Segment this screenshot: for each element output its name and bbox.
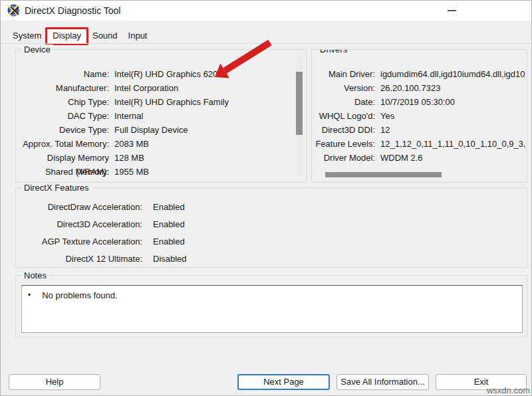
field-label: Display Memory (VRAM):	[16, 151, 109, 165]
field-label: Direct3D Acceleration:	[16, 216, 142, 233]
tab-input[interactable]: Input	[123, 28, 153, 43]
drivers-row: Feature Levels:12_1,12_0,11_1,11_0,10_1,…	[312, 137, 527, 151]
field-value: Full Display Device	[114, 123, 188, 137]
dxdiag-window: DirectX Diagnostic Tool System Display S…	[0, 0, 532, 396]
drivers-row: Date:10/7/2019 05:30:00	[312, 95, 527, 109]
help-button[interactable]: Help	[9, 374, 100, 390]
device-rows: Name:Intel(R) UHD Graphics 620 Manufactu…	[16, 50, 306, 179]
field-label: Version:	[312, 81, 375, 95]
field-value: Enabled	[153, 199, 185, 216]
device-row: Device Type:Full Display Device	[16, 123, 306, 137]
field-label: Direct3D DDI:	[312, 123, 375, 137]
save-all-information-button[interactable]: Save All Information...	[336, 374, 429, 390]
field-label: DirectX 12 Ultimate:	[16, 250, 142, 268]
field-value: 1955 MB	[114, 165, 149, 179]
notes-group: Notes • No problems found.	[15, 275, 527, 338]
tab-strip: System Display Sound Input	[7, 28, 152, 43]
field-label: Name:	[16, 67, 109, 81]
device-row: DAC Type:Internal	[16, 109, 306, 123]
field-label: Device Type:	[16, 123, 109, 137]
field-value: Yes	[380, 109, 527, 123]
minimize-icon	[448, 10, 456, 11]
field-value: 12_1,12_0,11_1,11_0,10_1,10_0,9_3,	[380, 137, 527, 151]
next-page-button[interactable]: Next Page	[237, 374, 330, 390]
watermark: wsxdn.com	[487, 385, 530, 395]
field-label: Chip Type:	[16, 95, 109, 109]
field-label: Manufacturer:	[16, 81, 109, 95]
device-group: Device Name:Intel(R) UHD Graphics 620 Ma…	[15, 49, 307, 183]
drivers-row: Driver Model:WDDM 2.6	[312, 151, 527, 165]
minimize-button[interactable]	[438, 1, 466, 21]
title-bar: DirectX Diagnostic Tool	[1, 1, 531, 21]
drivers-group-title: Drivers	[317, 49, 350, 54]
field-value: Intel Corporation	[114, 81, 178, 95]
field-label: DirectDraw Acceleration:	[16, 199, 142, 216]
note-item: • No problems found.	[22, 286, 522, 300]
feature-row: Direct3D Acceleration:Enabled	[16, 216, 527, 233]
field-value: Intel(R) UHD Graphics 620	[114, 67, 217, 81]
window-title: DirectX Diagnostic Tool	[25, 1, 120, 21]
device-row: Approx. Total Memory:2083 MB	[16, 137, 306, 151]
tab-system[interactable]: System	[7, 28, 47, 43]
features-group-title: DirectX Features	[21, 183, 92, 193]
device-row: Shared Memory:1955 MB	[16, 165, 306, 179]
tab-sound[interactable]: Sound	[87, 28, 123, 43]
device-group-title: Device	[21, 45, 53, 54]
field-value: 10/7/2019 05:30:00	[380, 95, 527, 109]
drivers-rows: Main Driver:igdumdim64.dll,igd10iumd64.d…	[312, 50, 527, 165]
field-label: Shared Memory:	[16, 165, 109, 179]
drivers-row: Version:26.20.100.7323	[312, 81, 527, 95]
tab-divider	[1, 43, 531, 44]
feature-row: DirectDraw Acceleration:Enabled	[16, 199, 527, 216]
drivers-row: Direct3D DDI:12	[312, 123, 527, 137]
device-row: Display Memory (VRAM):128 MB	[16, 151, 306, 165]
directx-features-group: DirectX Features DirectDraw Acceleration…	[15, 187, 527, 268]
device-row: Manufacturer:Intel Corporation	[16, 81, 306, 95]
field-label: DAC Type:	[16, 109, 109, 123]
feature-row: DirectX 12 Ultimate:Disabled	[16, 250, 527, 268]
close-icon	[10, 6, 19, 15]
field-value: Disabled	[153, 250, 187, 268]
drivers-row: Main Driver:igdumdim64.dll,igd10iumd64.d…	[312, 67, 527, 81]
notes-field: • No problems found.	[21, 285, 523, 333]
features-rows: DirectDraw Acceleration:Enabled Direct3D…	[16, 188, 527, 268]
drivers-group: Drivers Main Driver:igdumdim64.dll,igd10…	[311, 49, 527, 183]
field-value: 26.20.100.7323	[380, 81, 527, 95]
field-value: 12	[380, 123, 527, 137]
field-label: Approx. Total Memory:	[16, 137, 109, 151]
device-row: Chip Type:Intel(R) UHD Graphics Family	[16, 95, 306, 109]
bullet-icon: •	[28, 290, 31, 300]
close-button[interactable]	[1, 1, 29, 21]
field-label: Date:	[312, 95, 375, 109]
field-label: Driver Model:	[312, 151, 375, 165]
field-value: 128 MB	[114, 151, 144, 165]
note-text: No problems found.	[42, 290, 117, 300]
field-label: Feature Levels:	[312, 137, 375, 151]
feature-row: AGP Texture Acceleration:Enabled	[16, 233, 527, 250]
drivers-scrollbar-thumb[interactable]	[325, 172, 442, 177]
field-value: Enabled	[153, 216, 185, 233]
field-value: 2083 MB	[114, 137, 149, 151]
field-value: igdumdim64.dll,igd10iumd64.dll,igd10	[380, 67, 527, 81]
drivers-row: WHQL Logo'd:Yes	[312, 109, 527, 123]
field-value: Internal	[114, 109, 143, 123]
notes-group-title: Notes	[21, 270, 49, 280]
field-value: Intel(R) UHD Graphics Family	[114, 95, 229, 109]
device-row: Name:Intel(R) UHD Graphics 620	[16, 67, 306, 81]
device-scrollbar-thumb[interactable]	[296, 72, 303, 135]
field-label: Main Driver:	[312, 67, 375, 81]
field-label: WHQL Logo'd:	[312, 109, 375, 123]
field-value: Enabled	[153, 233, 185, 250]
tab-display-label: Display	[53, 31, 81, 41]
field-value: WDDM 2.6	[380, 151, 527, 165]
field-label: AGP Texture Acceleration:	[16, 233, 142, 250]
tab-display[interactable]: Display	[47, 28, 87, 44]
